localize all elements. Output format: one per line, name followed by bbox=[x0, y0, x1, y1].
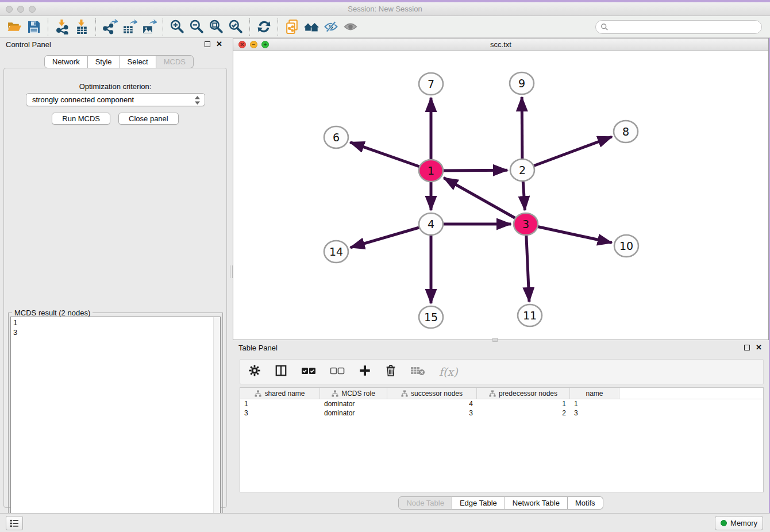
hide-panels-button[interactable] bbox=[321, 18, 341, 36]
window-title: Session: New Session bbox=[0, 5, 770, 13]
delete-column-button[interactable] bbox=[385, 364, 396, 379]
table-cell[interactable]: 2 bbox=[477, 408, 570, 418]
tab-mcds[interactable]: MCDS bbox=[156, 55, 194, 68]
table-header-row: shared nameMCDS rolesuccessor nodesprede… bbox=[240, 388, 763, 399]
apply-layout-button[interactable] bbox=[254, 18, 274, 36]
network-window-titlebar[interactable]: ✕ − + scc.txt bbox=[233, 38, 768, 51]
table-cell[interactable]: 1 bbox=[477, 399, 570, 408]
tab-select[interactable]: Select bbox=[120, 55, 156, 68]
open-session-button[interactable] bbox=[5, 18, 24, 36]
graph-node-1[interactable]: 1 bbox=[419, 160, 443, 182]
table-row[interactable]: 1dominator411 bbox=[240, 399, 763, 408]
search-box[interactable] bbox=[595, 20, 762, 34]
tab-node-table[interactable]: Node Table bbox=[398, 496, 452, 510]
table-cell[interactable]: 3 bbox=[570, 408, 619, 418]
zoom-out-button[interactable] bbox=[187, 18, 206, 36]
tab-style[interactable]: Style bbox=[88, 55, 120, 68]
column-label: MCDS role bbox=[341, 390, 375, 398]
optimization-label: Optimization criterion: bbox=[4, 82, 226, 91]
export-table-button[interactable] bbox=[120, 18, 139, 36]
node-table[interactable]: shared nameMCDS rolesuccessor nodesprede… bbox=[240, 387, 764, 492]
close-table-panel-icon[interactable]: ✕ bbox=[756, 345, 762, 350]
graph-node-14[interactable]: 14 bbox=[324, 241, 348, 263]
select-all-button[interactable] bbox=[301, 365, 316, 378]
float-table-panel-icon[interactable] bbox=[744, 345, 750, 350]
table-row[interactable]: 3dominator323 bbox=[240, 408, 763, 418]
edge-2-8[interactable] bbox=[522, 137, 612, 170]
graph-node-2[interactable]: 2 bbox=[510, 159, 534, 181]
table-cell[interactable]: 1 bbox=[570, 399, 619, 408]
column-header-predecessor-nodes[interactable]: predecessor nodes bbox=[477, 388, 570, 399]
graph-node-11[interactable]: 11 bbox=[518, 304, 542, 326]
run-mcds-button[interactable]: Run MCDS bbox=[52, 113, 110, 125]
memory-button[interactable]: Memory bbox=[715, 516, 763, 530]
zoom-selected-button[interactable] bbox=[226, 18, 245, 36]
tab-edge-table[interactable]: Edge Table bbox=[452, 496, 505, 510]
tab-network-table[interactable]: Network Table bbox=[505, 496, 568, 510]
column-header-name[interactable]: name bbox=[570, 388, 619, 399]
edge-3-10[interactable] bbox=[526, 224, 612, 243]
zoom-selected-icon bbox=[228, 19, 244, 34]
save-session-button[interactable] bbox=[24, 18, 44, 36]
svg-text:8: 8 bbox=[622, 125, 629, 138]
close-panel-button[interactable]: Close panel bbox=[118, 113, 179, 125]
svg-text:2: 2 bbox=[519, 164, 526, 176]
mcds-panel: Optimization criterion: strongly connect… bbox=[3, 68, 227, 508]
zoom-in-button[interactable] bbox=[167, 18, 187, 36]
tab-network[interactable]: Network bbox=[44, 55, 88, 68]
table-cell[interactable]: 3 bbox=[240, 408, 320, 418]
import-table-button[interactable] bbox=[72, 18, 91, 36]
graph-node-10[interactable]: 10 bbox=[614, 235, 638, 257]
graph-node-3[interactable]: 3 bbox=[514, 213, 538, 235]
column-label: name bbox=[586, 390, 603, 398]
optimization-criterion-select[interactable]: strongly connected component bbox=[26, 93, 205, 106]
eye-icon bbox=[342, 19, 359, 34]
clone-network-button[interactable] bbox=[282, 18, 302, 36]
mcds-result-text[interactable]: 1 3 bbox=[10, 317, 221, 531]
network-canvas[interactable]: 7968124314101511 bbox=[233, 51, 768, 340]
table-cell[interactable]: 3 bbox=[387, 408, 477, 418]
mcds-result-title: MCDS result (2 nodes) bbox=[12, 309, 93, 317]
column-header-MCDS-role[interactable]: MCDS role bbox=[320, 388, 387, 399]
add-column-button[interactable] bbox=[359, 364, 371, 379]
column-header-shared-name[interactable]: shared name bbox=[240, 388, 320, 399]
close-panel-icon[interactable]: ✕ bbox=[216, 41, 222, 47]
plus-icon bbox=[359, 364, 371, 377]
zoom-fit-button[interactable] bbox=[206, 18, 226, 36]
toolbar-separator bbox=[48, 18, 48, 36]
graph-node-8[interactable]: 8 bbox=[614, 121, 638, 142]
table-cell[interactable]: dominator bbox=[320, 399, 387, 408]
result-scrollbar[interactable] bbox=[213, 317, 220, 531]
status-bar: Memory bbox=[0, 513, 770, 532]
export-network-button[interactable] bbox=[100, 18, 120, 36]
graph-node-9[interactable]: 9 bbox=[510, 72, 534, 94]
column-header-successor-nodes[interactable]: successor nodes bbox=[387, 388, 477, 399]
graph-node-15[interactable]: 15 bbox=[419, 306, 443, 328]
graph-node-4[interactable]: 4 bbox=[419, 213, 443, 235]
table-cell[interactable]: dominator bbox=[320, 408, 387, 418]
show-panels-button[interactable] bbox=[341, 18, 360, 36]
edge-1-6[interactable] bbox=[350, 142, 431, 171]
graph-node-6[interactable]: 6 bbox=[324, 126, 348, 148]
import-network-button[interactable] bbox=[52, 18, 72, 36]
horizontal-splitter-handle[interactable] bbox=[492, 338, 498, 342]
column-type-icon bbox=[255, 390, 261, 397]
table-settings-button[interactable] bbox=[248, 364, 261, 379]
graph-node-7[interactable]: 7 bbox=[419, 73, 443, 95]
search-input[interactable] bbox=[611, 21, 761, 33]
table-cell[interactable]: 1 bbox=[240, 399, 320, 408]
table-tabs: Node TableEdge TableNetwork TableMotifs bbox=[233, 496, 769, 510]
import-table-icon bbox=[74, 19, 90, 34]
table-cell[interactable]: 4 bbox=[387, 399, 477, 408]
network-overview-button[interactable] bbox=[302, 18, 321, 36]
float-panel-icon[interactable] bbox=[205, 41, 210, 47]
function-builder-button[interactable]: f(x) bbox=[439, 365, 458, 378]
control-panel: Control Panel ✕ NetworkStyleSelectMCDS O… bbox=[0, 39, 230, 509]
edge-3-1[interactable] bbox=[444, 178, 526, 224]
delete-table-button[interactable] bbox=[410, 365, 425, 378]
deselect-all-button[interactable] bbox=[330, 365, 345, 378]
tab-motifs[interactable]: Motifs bbox=[568, 496, 603, 510]
column-visibility-button[interactable] bbox=[275, 364, 287, 379]
task-history-button[interactable] bbox=[6, 516, 23, 530]
export-image-button[interactable] bbox=[139, 18, 159, 36]
